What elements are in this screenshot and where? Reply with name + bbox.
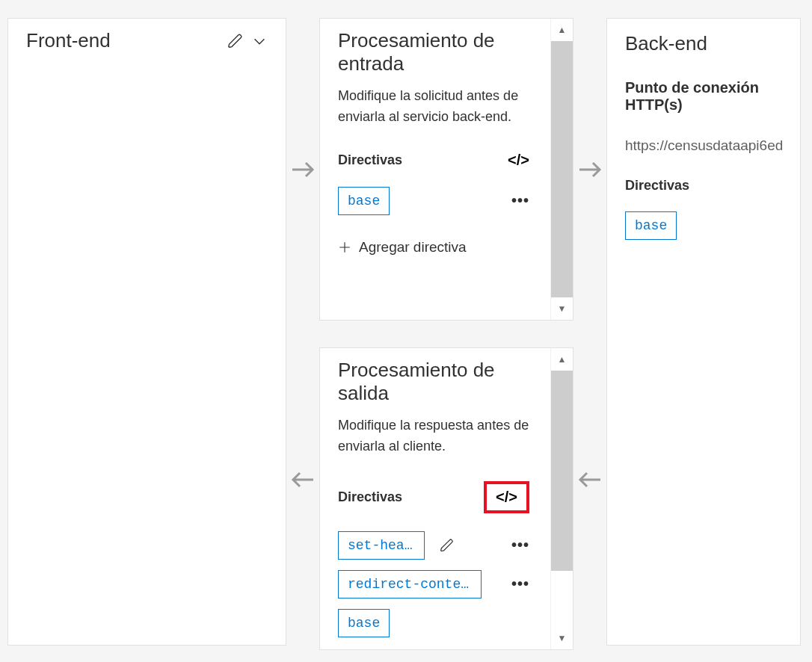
inbound-processing-card: Procesamiento de entrada Modifique la so… xyxy=(319,18,573,321)
arrow-outbound-to-frontend xyxy=(289,321,316,662)
backend-card: Back-end Punto de conexión HTTP(s) https… xyxy=(606,18,801,646)
policy-tag-set-header[interactable]: set-head… xyxy=(338,531,425,560)
backend-title: Back-end xyxy=(625,32,782,55)
inbound-title: Procesamiento de entrada xyxy=(338,29,529,75)
code-editor-icon[interactable]: </> xyxy=(484,481,529,513)
inbound-description: Modifique la solicitud antes de enviarla… xyxy=(338,86,529,128)
arrow-inbound-to-backend xyxy=(576,18,603,321)
outbound-scrollbar[interactable]: ▲ ▼ xyxy=(550,348,573,649)
more-icon[interactable]: ••• xyxy=(511,536,529,554)
outbound-title: Procesamiento de salida xyxy=(338,359,529,405)
policy-tag-redirect-content[interactable]: redirect-content… xyxy=(338,570,482,598)
backend-directives-label: Directivas xyxy=(625,178,782,194)
backend-endpoint-label: Punto de conexión HTTP(s) xyxy=(625,79,782,114)
outbound-directives-label: Directivas xyxy=(338,489,402,505)
add-policy-label: Agregar directiva xyxy=(359,239,467,256)
more-icon[interactable]: ••• xyxy=(511,575,529,593)
outbound-description: Modifique la respuesta antes de enviarla… xyxy=(338,415,529,457)
scroll-up-icon[interactable]: ▲ xyxy=(551,348,573,371)
code-editor-icon[interactable]: </> xyxy=(508,152,529,169)
edit-icon[interactable] xyxy=(440,538,455,553)
chevron-down-icon[interactable] xyxy=(251,33,268,49)
policy-tag-base[interactable]: base xyxy=(338,609,390,637)
scroll-down-icon[interactable]: ▼ xyxy=(551,297,573,320)
more-icon[interactable]: ••• xyxy=(511,192,529,209)
scroll-down-icon[interactable]: ▼ xyxy=(551,627,573,649)
add-policy-button[interactable]: Agregar directiva xyxy=(338,239,529,256)
scroll-up-icon[interactable]: ▲ xyxy=(551,19,573,41)
policy-tag-base[interactable]: base xyxy=(338,187,390,215)
arrow-backend-to-outbound xyxy=(576,321,603,662)
edit-icon[interactable] xyxy=(227,33,244,49)
inbound-scrollbar[interactable]: ▲ ▼ xyxy=(550,19,573,320)
backend-endpoint-url: https://censusdataapi6ed7cff3 xyxy=(625,137,782,154)
inbound-directives-label: Directivas xyxy=(338,152,402,168)
policy-tag-base[interactable]: base xyxy=(625,211,677,240)
frontend-title: Front-end xyxy=(26,29,111,52)
outbound-processing-card: Procesamiento de salida Modifique la res… xyxy=(319,347,573,650)
arrow-frontend-to-inbound xyxy=(289,18,316,321)
frontend-card: Front-end xyxy=(7,18,286,646)
plus-icon xyxy=(338,241,351,254)
